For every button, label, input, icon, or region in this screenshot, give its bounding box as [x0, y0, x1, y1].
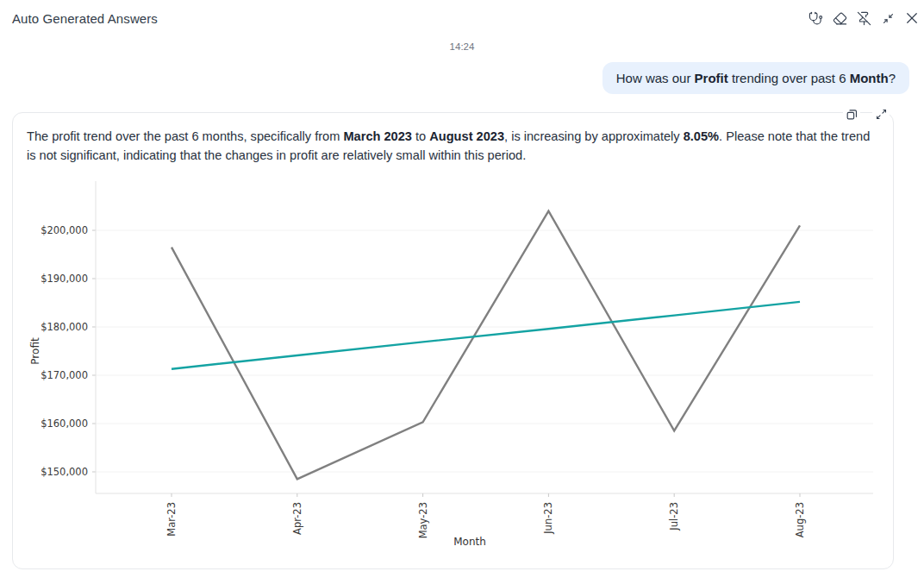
profit-line [172, 211, 800, 480]
x-tick-label: Jul-23 [668, 502, 680, 531]
eraser-icon[interactable] [832, 10, 847, 26]
x-tick-label: Jun-23 [542, 502, 554, 535]
y-tick-label: $170,000 [41, 369, 88, 381]
answer-text: The profit trend over the past 6 months,… [13, 113, 893, 166]
answer-card: The profit trend over the past 6 months,… [12, 112, 894, 569]
collapse-icon[interactable] [880, 10, 896, 26]
unpin-icon[interactable] [856, 10, 871, 26]
answer-actions [843, 105, 890, 122]
y-tick-label: $190,000 [41, 273, 88, 285]
y-tick-label: $180,000 [41, 321, 88, 333]
x-tick-label: Aug-23 [794, 502, 806, 537]
close-icon[interactable] [904, 10, 920, 26]
y-tick-label: $160,000 [41, 418, 88, 430]
user-message-bubble: How was our Profit trending over past 6 … [602, 62, 909, 94]
trend-line [172, 302, 800, 369]
x-tick-label: Mar-23 [165, 502, 178, 537]
stethoscope-icon[interactable] [808, 10, 823, 26]
y-tick-label: $200,000 [41, 224, 88, 236]
x-axis-title: Month [453, 536, 486, 548]
page-title: Auto Generated Answers [12, 11, 158, 26]
expand-icon[interactable] [872, 105, 890, 122]
y-tick-label: $150,000 [41, 466, 88, 478]
y-axis-title: Profit [29, 337, 41, 365]
profit-trend-chart: $150,000$160,000$170,000$180,000$190,000… [13, 166, 893, 567]
header-toolbar [808, 10, 920, 26]
copy-icon[interactable] [843, 105, 860, 122]
timestamp: 14:24 [0, 41, 924, 52]
x-tick-label: Apr-23 [291, 502, 303, 535]
auto-generated-answers-panel: Auto Generated Answers [0, 0, 924, 584]
x-tick-label: May-23 [417, 502, 429, 538]
profit-trend-chart-svg: $150,000$160,000$170,000$180,000$190,000… [13, 166, 893, 567]
